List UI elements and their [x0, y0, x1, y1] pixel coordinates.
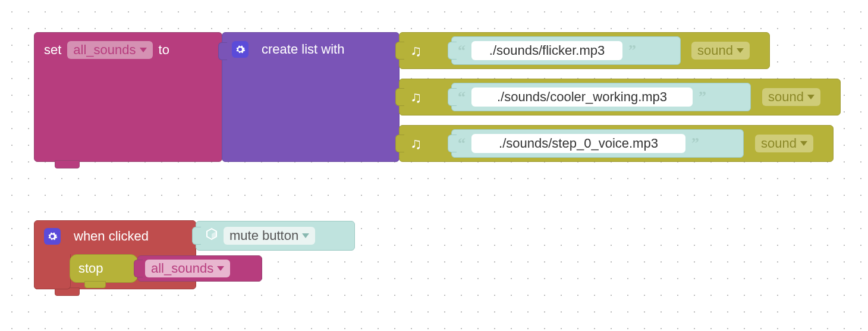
block-input-notch: [395, 88, 404, 106]
open-quote-icon: “: [458, 135, 466, 152]
open-quote-icon: “: [458, 42, 466, 60]
close-quote-icon: ”: [691, 135, 699, 152]
variable-name-label: all_sounds: [73, 42, 136, 58]
close-quote-icon: ”: [628, 42, 636, 60]
sound-path-input[interactable]: ./sounds/flicker.mp3: [471, 41, 622, 60]
gear-icon[interactable]: [232, 41, 249, 58]
sound-type-label: sound: [761, 136, 797, 151]
sound-path-input[interactable]: ./sounds/step_0_voice.mp3: [471, 134, 685, 153]
stop-sounds-block[interactable]: stop: [70, 254, 138, 283]
dropdown-arrow-icon: [302, 233, 309, 238]
variable-getter-block[interactable]: all_sounds: [137, 255, 262, 282]
blockly-workspace[interactable]: set all_sounds to create list with ♫ “ .…: [0, 0, 868, 331]
music-note-icon: ♫: [410, 42, 422, 60]
block-input-notch: [448, 135, 457, 152]
create-list-label: create list with: [262, 42, 344, 57]
dropdown-arrow-icon: [800, 141, 807, 146]
variable-name-label: all_sounds: [151, 261, 213, 276]
open-quote-icon: “: [458, 88, 466, 106]
block-input-notch: [192, 227, 201, 245]
block-input-notch: [448, 88, 457, 106]
do-body-area: [34, 254, 71, 289]
string-literal-block[interactable]: “ ./sounds/step_0_voice.mp3 ”: [451, 129, 744, 158]
set-suffix-label: to: [159, 42, 169, 58]
dropdown-arrow-icon: [140, 48, 147, 52]
block-input-notch: [218, 42, 227, 60]
dropdown-arrow-icon: [217, 266, 224, 271]
sound-type-dropdown[interactable]: sound: [762, 88, 820, 106]
statement-connector-tab: [84, 281, 106, 288]
string-literal-block[interactable]: “ ./sounds/cooler_working.mp3 ”: [451, 83, 751, 111]
dropdown-arrow-icon: [807, 95, 814, 99]
sound-type-label: sound: [697, 43, 733, 58]
when-clicked-label: when clicked: [74, 229, 149, 244]
sound-path-input[interactable]: ./sounds/cooler_working.mp3: [471, 88, 693, 107]
music-note-icon: ♫: [410, 88, 422, 107]
object-name-label: mute button: [229, 228, 298, 243]
set-prefix-label: set: [44, 42, 61, 58]
string-literal-block[interactable]: “ ./sounds/flicker.mp3 ”: [451, 36, 681, 65]
music-note-icon: ♫: [410, 135, 422, 153]
block-input-notch: [395, 135, 404, 152]
variable-dropdown[interactable]: all_sounds: [67, 41, 152, 59]
set-variable-block[interactable]: set all_sounds to: [34, 32, 222, 162]
dropdown-arrow-icon: [737, 48, 744, 53]
create-list-block[interactable]: create list with: [222, 32, 400, 162]
block-input-notch: [134, 260, 143, 277]
stop-label: stop: [78, 261, 103, 276]
object-cube-icon: [205, 227, 219, 245]
sound-type-label: sound: [768, 89, 804, 105]
sound-type-dropdown[interactable]: sound: [691, 42, 750, 60]
statement-connector-tab: [55, 160, 80, 168]
block-input-notch: [395, 42, 404, 60]
variable-dropdown[interactable]: all_sounds: [145, 260, 230, 277]
gear-icon[interactable]: [44, 228, 61, 245]
object-dropdown[interactable]: mute button: [224, 227, 315, 245]
block-input-notch: [448, 42, 457, 60]
object-reference-block[interactable]: mute button: [196, 221, 355, 251]
close-quote-icon: ”: [699, 88, 706, 106]
sound-type-dropdown[interactable]: sound: [755, 135, 813, 152]
